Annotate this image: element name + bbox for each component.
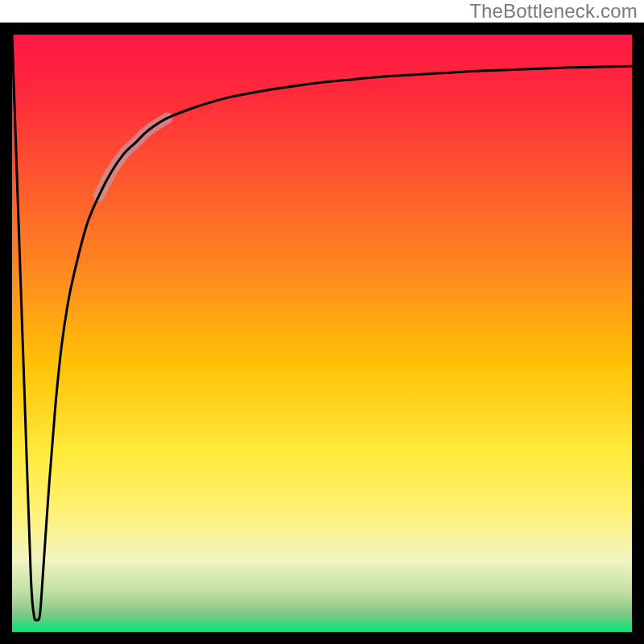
plot-background: [12, 35, 632, 632]
attribution-label: TheBottleneck.com: [469, 0, 638, 23]
bottleneck-chart: TheBottleneck.com: [0, 0, 644, 644]
chart-plot-area: [0, 0, 644, 644]
